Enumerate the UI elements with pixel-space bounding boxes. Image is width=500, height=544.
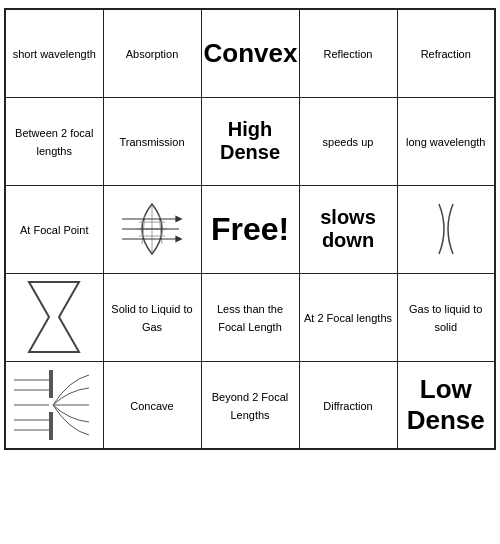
cell-label: Convex [204, 38, 298, 68]
cell-label: Less than the Focal Length [217, 303, 283, 333]
cell-label: Beyond 2 Focal Lengths [212, 391, 288, 421]
cell-label: short wavelength [13, 48, 96, 60]
cell-r2-c2: Free! [201, 185, 299, 273]
cell-label: Gas to liquid to solid [409, 303, 482, 333]
cell-r1-c3: speeds up [299, 97, 397, 185]
cell-r1-c1: Transmission [103, 97, 201, 185]
cell-r1-c4: long wavelength [397, 97, 495, 185]
cell-r3-c2: Less than the Focal Length [201, 273, 299, 361]
cell-r3-c0 [5, 273, 103, 361]
cell-r0-c3: Reflection [299, 9, 397, 97]
cell-label: Low Dense [407, 374, 485, 435]
cell-r2-c4 [397, 185, 495, 273]
cell-r0-c1: Absorption [103, 9, 201, 97]
cell-label: High Dense [220, 118, 280, 163]
cell-label: Refraction [421, 48, 471, 60]
cell-label: At 2 Focal lengths [304, 312, 392, 324]
svg-diffraction-waves [8, 364, 101, 447]
cell-r3-c4: Gas to liquid to solid [397, 273, 495, 361]
cell-label: long wavelength [406, 136, 486, 148]
cell-r4-c0 [5, 361, 103, 449]
cell-r0-c2: Convex [201, 9, 299, 97]
cell-r0-c0: short wavelength [5, 9, 103, 97]
svg-biconcave [400, 188, 493, 271]
cell-label: speeds up [323, 136, 374, 148]
svg-hourglass [8, 276, 101, 359]
cell-r1-c0: Between 2 focal lengths [5, 97, 103, 185]
cell-r3-c1: Solid to Liquid to Gas [103, 273, 201, 361]
cell-label: Transmission [120, 136, 185, 148]
cell-label: Between 2 focal lengths [15, 127, 93, 157]
svg-rect-11 [49, 370, 53, 398]
cell-r4-c4: Low Dense [397, 361, 495, 449]
cell-label: Reflection [324, 48, 373, 60]
cell-r2-c1 [103, 185, 201, 273]
cell-label: Solid to Liquid to Gas [111, 303, 192, 333]
cell-r4-c1: Concave [103, 361, 201, 449]
cell-label: Concave [130, 400, 173, 412]
cell-r1-c2: High Dense [201, 97, 299, 185]
cell-label: slows down [320, 206, 376, 251]
cell-label: Diffraction [323, 400, 372, 412]
cell-label: At Focal Point [20, 224, 88, 236]
svg-rect-12 [49, 412, 53, 440]
cell-r4-c2: Beyond 2 Focal Lengths [201, 361, 299, 449]
cell-label: Free! [211, 211, 289, 247]
cell-r4-c3: Diffraction [299, 361, 397, 449]
cell-r3-c3: At 2 Focal lengths [299, 273, 397, 361]
svg-biconvex [106, 188, 199, 271]
bingo-grid: short wavelengthAbsorptionConvexReflecti… [4, 8, 496, 450]
bingo-title [0, 0, 500, 8]
cell-r2-c0: At Focal Point [5, 185, 103, 273]
cell-r0-c4: Refraction [397, 9, 495, 97]
cell-label: Absorption [126, 48, 179, 60]
cell-r2-c3: slows down [299, 185, 397, 273]
